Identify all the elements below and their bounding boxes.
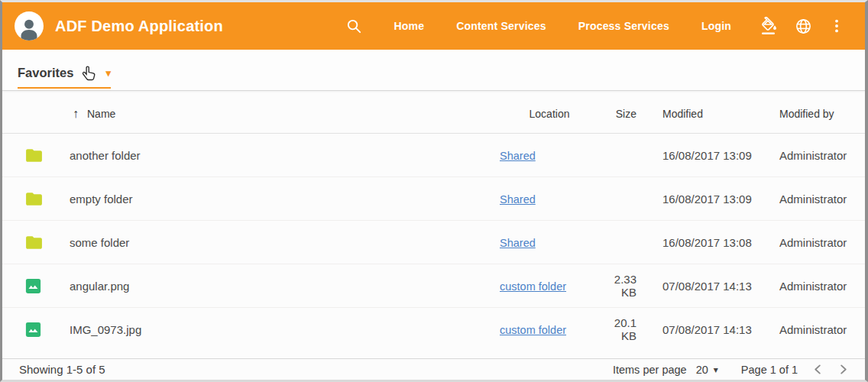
app-title: ADF Demo Application xyxy=(55,18,223,35)
file-modified: 07/08/2017 14:13 xyxy=(636,280,779,293)
table-row[interactable]: IMG_0973.jpg custom folder 20.1 KB 07/08… xyxy=(2,308,865,351)
chevron-down-icon: ▾ xyxy=(714,364,718,375)
table-row[interactable]: some folder Shared 16/08/2017 13:08 Admi… xyxy=(2,221,865,264)
file-modified: 16/08/2017 13:09 xyxy=(636,193,779,206)
column-header-modified[interactable]: Modified xyxy=(636,108,779,120)
favorites-dropdown[interactable]: Favorites ▾ xyxy=(18,66,111,89)
file-location-cell: custom folder xyxy=(500,323,599,336)
file-location-cell: Shared xyxy=(500,236,599,249)
column-header-modified-by[interactable]: Modified by xyxy=(779,108,865,120)
file-modified: 07/08/2017 14:13 xyxy=(636,323,779,336)
file-location-cell: Shared xyxy=(500,193,599,206)
file-modified: 16/08/2017 13:08 xyxy=(636,236,779,249)
image-file-icon xyxy=(24,277,42,295)
file-modified-by: Administrator xyxy=(779,193,865,206)
nav-item-home[interactable]: Home xyxy=(394,20,424,32)
chevron-down-icon: ▾ xyxy=(105,68,111,78)
file-type-cell xyxy=(2,321,70,338)
more-vert-icon xyxy=(828,18,845,34)
file-location-link[interactable]: Shared xyxy=(500,150,536,162)
items-per-page-value: 20 xyxy=(696,364,708,376)
folder-icon xyxy=(24,146,44,165)
file-modified-by: Administrator xyxy=(779,323,865,336)
file-name[interactable]: angular.png xyxy=(70,280,500,293)
items-per-page-select[interactable]: 20 ▾ xyxy=(696,364,718,376)
file-type-cell xyxy=(2,189,70,209)
file-modified: 16/08/2017 13:09 xyxy=(636,149,779,162)
file-location-link[interactable]: custom folder xyxy=(500,280,566,293)
file-name[interactable]: IMG_0973.jpg xyxy=(70,323,500,336)
view-switcher-label: Favorites xyxy=(18,66,73,80)
file-name[interactable]: empty folder xyxy=(70,193,500,206)
file-modified-by: Administrator xyxy=(779,236,865,249)
table-row[interactable]: angular.png custom folder 2.33 KB 07/08/… xyxy=(2,264,865,308)
file-type-cell xyxy=(2,146,70,165)
file-size: 2.33 KB xyxy=(599,273,636,299)
more-menu-button[interactable] xyxy=(828,18,845,34)
app-window: ADF Demo Application Home Content Servic… xyxy=(0,0,868,382)
chevron-left-icon xyxy=(813,364,823,375)
pagination-bar: Showing 1-5 of 5 Items per page 20 ▾ Pag… xyxy=(2,358,865,380)
file-location-link[interactable]: Shared xyxy=(500,193,536,206)
sort-ascending-icon: ↑ xyxy=(73,108,79,120)
showing-count: Showing 1-5 of 5 xyxy=(19,363,105,376)
chevron-right-icon xyxy=(838,364,848,375)
view-switcher-bar: Favorites ▾ xyxy=(2,50,865,91)
table-row[interactable]: another folder Shared 16/08/2017 13:09 A… xyxy=(2,134,865,177)
file-table: another folder Shared 16/08/2017 13:09 A… xyxy=(2,134,865,358)
main-nav: Home Content Services Process Services L… xyxy=(394,20,731,32)
file-type-cell xyxy=(2,277,70,295)
globe-icon xyxy=(795,18,812,35)
file-location-cell: custom folder xyxy=(500,280,599,293)
file-location-link[interactable]: custom folder xyxy=(500,324,566,336)
format-color-fill-icon xyxy=(760,17,779,35)
table-row[interactable]: empty folder Shared 16/08/2017 13:09 Adm… xyxy=(2,177,865,221)
search-icon xyxy=(345,18,363,35)
avatar[interactable] xyxy=(15,11,44,40)
search-button[interactable] xyxy=(345,18,363,35)
file-location-cell: Shared xyxy=(500,149,599,162)
folder-icon xyxy=(24,233,44,252)
nav-item-process-services[interactable]: Process Services xyxy=(578,20,669,32)
column-header-name[interactable]: ↑ Name xyxy=(70,108,500,120)
image-file-icon xyxy=(24,321,42,338)
folder-icon xyxy=(24,189,44,209)
file-size: 20.1 KB xyxy=(599,316,636,342)
items-per-page-label: Items per page xyxy=(613,364,687,376)
file-type-cell xyxy=(2,233,70,252)
user-silhouette-icon xyxy=(16,15,42,40)
table-header-row: ↑ Name Location Size Modified Modified b… xyxy=(2,91,865,134)
language-button[interactable] xyxy=(795,18,812,35)
column-header-size[interactable]: Size xyxy=(599,108,636,120)
column-header-location[interactable]: Location xyxy=(500,108,599,120)
nav-item-login[interactable]: Login xyxy=(701,20,731,32)
header-action-icons xyxy=(760,17,845,35)
file-name[interactable]: some folder xyxy=(70,236,500,249)
next-page-button[interactable] xyxy=(838,364,848,375)
previous-page-button[interactable] xyxy=(813,364,823,375)
page-indicator: Page 1 of 1 xyxy=(741,364,798,376)
file-location-link[interactable]: Shared xyxy=(500,237,536,249)
file-name[interactable]: another folder xyxy=(70,149,500,162)
file-modified-by: Administrator xyxy=(779,149,865,162)
theme-picker-button[interactable] xyxy=(760,17,779,35)
app-header: ADF Demo Application Home Content Servic… xyxy=(2,2,865,50)
file-modified-by: Administrator xyxy=(779,280,865,293)
nav-item-content-services[interactable]: Content Services xyxy=(456,20,546,32)
